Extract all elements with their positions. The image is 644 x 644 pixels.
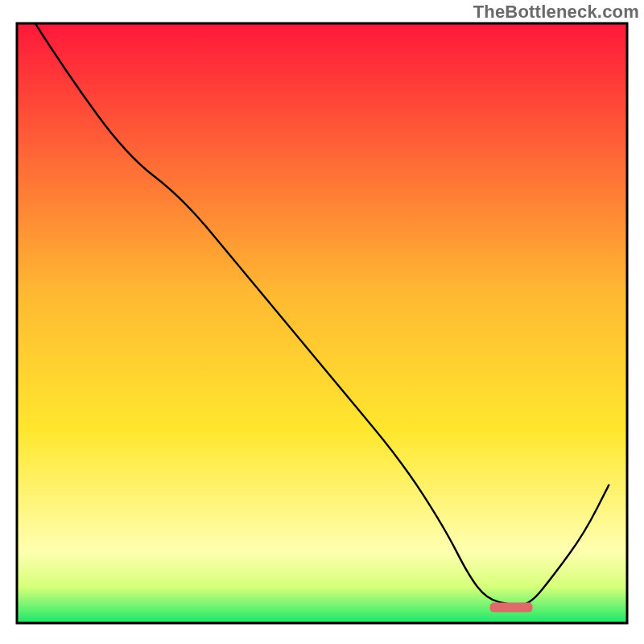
optimal-marker (490, 603, 533, 613)
bottleneck-chart (0, 0, 644, 644)
gradient-background (17, 23, 627, 623)
watermark-label: TheBottleneck.com (473, 2, 639, 23)
chart-container: TheBottleneck.com (0, 0, 644, 644)
